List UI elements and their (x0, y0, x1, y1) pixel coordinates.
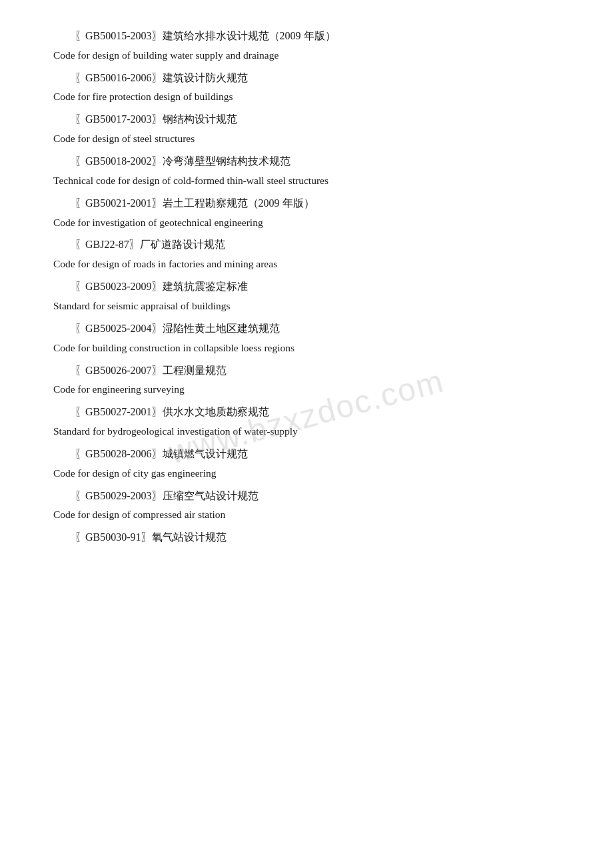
chinese-title: 〖GB50025-2004〗湿陷性黄土地区建筑规范 (53, 319, 560, 339)
english-title: Code for design of steel structures (53, 129, 560, 148)
list-item: 〖GB50018-2002〗冷弯薄壁型钢结构技术规范Technical code… (53, 152, 560, 190)
chinese-title: 〖GB50016-2006〗建筑设计防火规范 (53, 69, 560, 88)
english-title: Code for building construction in collap… (53, 339, 560, 357)
chinese-title: 〖GB50018-2002〗冷弯薄壁型钢结构技术规范 (53, 152, 560, 171)
list-item: 〖GB50025-2004〗湿陷性黄土地区建筑规范Code for buildi… (53, 319, 560, 357)
chinese-title: 〖GB50030-91〗氧气站设计规范 (53, 528, 560, 547)
english-title: Code for design of building water supply… (53, 46, 560, 65)
content-list: 〖GB50015-2003〗建筑给水排水设计规范（2009 年版）Code fo… (53, 27, 560, 547)
list-item: 〖GB50021-2001〗岩土工程勘察规范（2009 年版）Code for … (53, 194, 560, 232)
list-item: 〖GB50016-2006〗建筑设计防火规范Code for fire prot… (53, 69, 560, 107)
english-title: Code for design of compressed air statio… (53, 505, 560, 524)
chinese-title: 〖GBJ22-87〗厂矿道路设计规范 (53, 235, 560, 255)
list-item: 〖GB50026-2007〗工程测量规范Code for engineering… (53, 361, 560, 399)
list-item: 〖GB50027-2001〗供水水文地质勘察规范Standard for byd… (53, 403, 560, 441)
list-item: 〖GB50028-2006〗城镇燃气设计规范Code for design of… (53, 445, 560, 483)
chinese-title: 〖GB50017-2003〗钢结构设计规范 (53, 110, 560, 129)
chinese-title: 〖GB50028-2006〗城镇燃气设计规范 (53, 445, 560, 464)
list-item: 〖GB50017-2003〗钢结构设计规范Code for design of … (53, 110, 560, 148)
english-title: Technical code for design of cold-formed… (53, 171, 560, 190)
english-title: Code for design of city gas engineering (53, 464, 560, 483)
list-item: 〖GBJ22-87〗厂矿道路设计规范Code for design of roa… (53, 235, 560, 273)
chinese-title: 〖GB50029-2003〗压缩空气站设计规范 (53, 487, 560, 506)
list-item: 〖GB50030-91〗氧气站设计规范 (53, 528, 560, 547)
english-title: Code for design of roads in factories an… (53, 255, 560, 273)
english-title: Standard for bydrogeological investigati… (53, 422, 560, 441)
chinese-title: 〖GB50015-2003〗建筑给水排水设计规范（2009 年版） (53, 27, 560, 46)
chinese-title: 〖GB50027-2001〗供水水文地质勘察规范 (53, 403, 560, 422)
chinese-title: 〖GB50026-2007〗工程测量规范 (53, 361, 560, 381)
list-item: 〖GB50015-2003〗建筑给水排水设计规范（2009 年版）Code fo… (53, 27, 560, 65)
english-title: Code for fire protection design of build… (53, 87, 560, 106)
list-item: 〖GB50023-2009〗建筑抗震鉴定标准Standard for seism… (53, 277, 560, 315)
chinese-title: 〖GB50021-2001〗岩土工程勘察规范（2009 年版） (53, 194, 560, 213)
english-title: Code for investigation of geotechnical e… (53, 213, 560, 232)
english-title: Code for engineering surveying (53, 380, 560, 399)
chinese-title: 〖GB50023-2009〗建筑抗震鉴定标准 (53, 277, 560, 297)
english-title: Standard for seismic appraisal of buildi… (53, 297, 560, 315)
list-item: 〖GB50029-2003〗压缩空气站设计规范Code for design o… (53, 487, 560, 525)
